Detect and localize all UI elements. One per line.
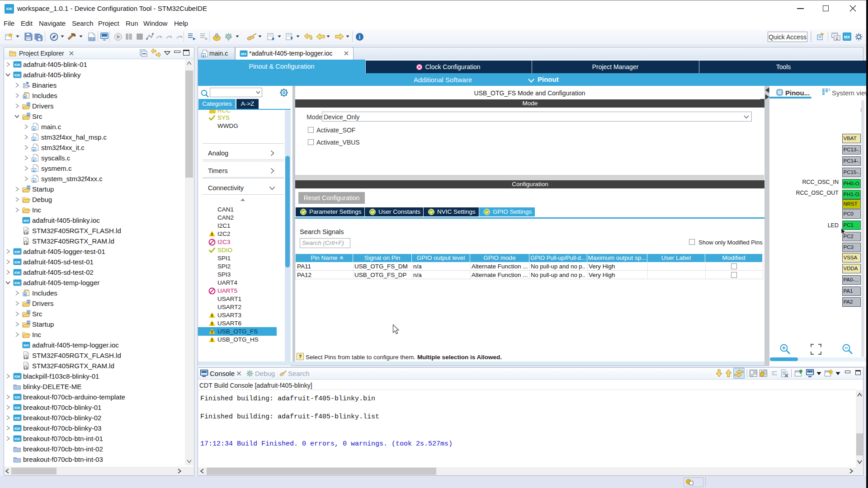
- svg-text:C: C: [836, 37, 838, 40]
- svg-text:010: 010: [89, 38, 94, 41]
